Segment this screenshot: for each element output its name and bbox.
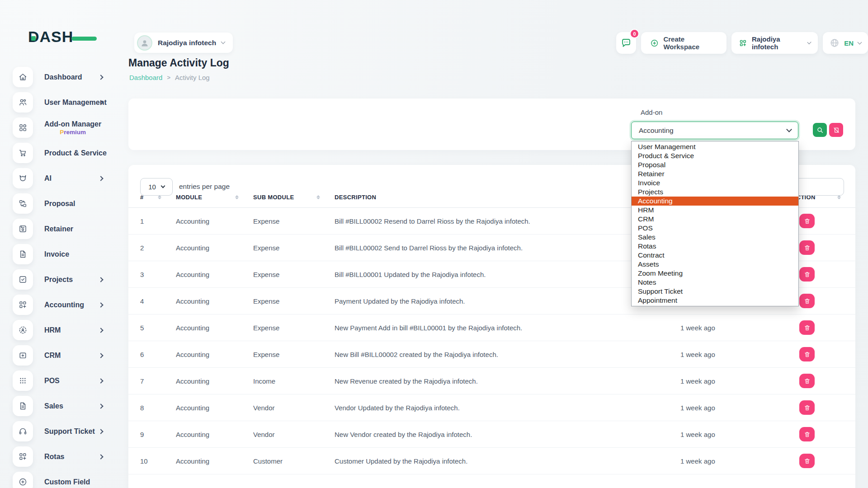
- sort-icon: [235, 193, 239, 201]
- sidebar-item[interactable]: User Management: [0, 92, 127, 113]
- sidebar-item[interactable]: Projects: [0, 269, 127, 290]
- delete-button[interactable]: [799, 240, 815, 255]
- dropdown-option[interactable]: Proposal: [632, 160, 798, 169]
- sidebar-item[interactable]: Custom Field: [0, 472, 127, 488]
- addon-select[interactable]: Accounting: [631, 122, 798, 139]
- delete-button[interactable]: [799, 454, 815, 468]
- dropdown-option[interactable]: Contract: [632, 251, 798, 260]
- company-menu[interactable]: Rajodiya infotech: [731, 32, 818, 54]
- save-icon: [13, 219, 33, 239]
- breadcrumb-dashboard-link[interactable]: Dashboard: [129, 74, 162, 81]
- trash-icon: [804, 404, 811, 411]
- sidebar-item[interactable]: Invoice: [0, 244, 127, 264]
- cell-date: 1 week ago: [680, 324, 792, 332]
- messages-button[interactable]: 0: [616, 32, 636, 54]
- delete-button[interactable]: [799, 400, 815, 415]
- sidebar-item-label: Projects: [44, 276, 73, 283]
- sidebar-item[interactable]: Retainer: [0, 219, 127, 239]
- cell-module: Accounting: [176, 431, 253, 438]
- delete-button[interactable]: [799, 267, 815, 282]
- column-header[interactable]: MODULE: [176, 193, 253, 201]
- sidebar-item[interactable]: Add-on Manager Premium: [0, 117, 127, 138]
- sidebar-item-label: Dashboard: [44, 73, 82, 81]
- language-selector[interactable]: EN: [823, 32, 868, 54]
- table-row: 6 Accounting Expense New Bill #BILL00002…: [128, 341, 855, 368]
- sidebar-item[interactable]: CRM: [0, 345, 127, 366]
- dropdown-option[interactable]: Projects: [632, 188, 798, 197]
- sidebar-item-label: POS: [44, 377, 60, 385]
- dropdown-option[interactable]: Invoice: [632, 178, 798, 188]
- sidebar-item[interactable]: Accounting: [0, 295, 127, 315]
- dropdown-option[interactable]: Appointment: [632, 296, 798, 305]
- dropdown-option[interactable]: POS: [632, 224, 798, 233]
- cardplus-icon: [13, 345, 33, 366]
- sidebar-item[interactable]: Support Ticket: [0, 421, 127, 441]
- sidebar-item[interactable]: AI: [0, 168, 127, 188]
- logo-dash-accent: [71, 37, 97, 41]
- dropdown-option[interactable]: HRM: [632, 206, 798, 215]
- column-header[interactable]: DESCRIPTION: [335, 193, 680, 201]
- dropdown-option[interactable]: Support Ticket: [632, 287, 798, 296]
- sidebar-item[interactable]: Product & Service: [0, 143, 127, 163]
- dropdown-option[interactable]: Rotas: [632, 242, 798, 251]
- sidebar-item-label: Invoice: [44, 250, 69, 258]
- dropdown-option[interactable]: CRM: [632, 215, 798, 224]
- circleplus-icon: [13, 472, 33, 488]
- dropdown-option[interactable]: Accounting: [632, 197, 798, 206]
- cell-module: Accounting: [176, 351, 253, 358]
- create-workspace-button[interactable]: Create Workspace: [641, 32, 726, 54]
- users-icon: [13, 92, 33, 113]
- cell-sub-module: Expense: [253, 217, 335, 225]
- cell-description: Bill #BILL00001 Updated by the Rajodiya …: [335, 271, 680, 278]
- sidebar-item[interactable]: POS: [0, 371, 127, 391]
- chevron-right-icon: [98, 378, 103, 383]
- clear-filter-button[interactable]: [829, 123, 843, 137]
- cell-module: Accounting: [176, 377, 253, 385]
- workspace-avatar: [137, 35, 152, 51]
- dropdown-option[interactable]: Product & Service: [632, 151, 798, 160]
- cell-module: Accounting: [176, 271, 253, 278]
- delete-button[interactable]: [799, 374, 815, 388]
- dropdown-option[interactable]: Notes: [632, 278, 798, 287]
- dropdown-option[interactable]: Zoom Meeting: [632, 269, 798, 278]
- entries-per-page-select[interactable]: 10: [140, 178, 173, 196]
- chevron-right-icon: [98, 353, 103, 358]
- sidebar-item[interactable]: HRM: [0, 320, 127, 340]
- cart-icon: [13, 143, 33, 163]
- delete-button[interactable]: [799, 427, 815, 441]
- dropdown-option[interactable]: Retainer: [632, 169, 798, 178]
- cell-sub-module: Vendor: [253, 431, 335, 438]
- cell-sub-module: Income: [253, 377, 335, 385]
- cell-module: Accounting: [176, 457, 253, 465]
- cell-sub-module: Expense: [253, 271, 335, 278]
- cell-date: 1 week ago: [680, 431, 792, 438]
- delete-button[interactable]: [799, 294, 815, 308]
- language-code: EN: [844, 39, 854, 47]
- cell-module: Accounting: [176, 404, 253, 412]
- ai-icon: [13, 168, 33, 188]
- sidebar-item-label: Add-on Manager: [44, 120, 101, 128]
- dropdown-option[interactable]: User Management: [632, 142, 798, 151]
- sidebar-item[interactable]: Proposal: [0, 193, 127, 214]
- app-logo[interactable]: DASH: [28, 28, 96, 49]
- delete-button[interactable]: [799, 347, 815, 361]
- doc-icon: [13, 244, 33, 264]
- delete-button[interactable]: [799, 320, 815, 335]
- entries-per-page-value: 10: [148, 183, 156, 191]
- sidebar-item[interactable]: Dashboard: [0, 67, 127, 87]
- dropdown-option[interactable]: Sales: [632, 233, 798, 242]
- delete-button[interactable]: [799, 214, 815, 228]
- cell-description: New Payment Add in bill #BILL00001 by th…: [335, 324, 680, 332]
- cell-description: New Revenue created by the Rajodiya info…: [335, 377, 680, 385]
- breadcrumb-separator: >: [167, 74, 170, 81]
- cell-module: Accounting: [176, 244, 253, 252]
- column-header[interactable]: SUB MODULE: [253, 193, 335, 201]
- globe-icon: [830, 38, 840, 48]
- apply-filter-button[interactable]: [813, 123, 827, 137]
- dropdown-option[interactable]: Assets: [632, 260, 798, 269]
- sidebar-item[interactable]: Rotas: [0, 446, 127, 467]
- workspace-grid-icon: [739, 38, 747, 48]
- workspace-selector[interactable]: Rajodiya infotech: [134, 33, 233, 53]
- workspace-name: Rajodiya infotech: [158, 39, 216, 47]
- sidebar-item[interactable]: Sales: [0, 396, 127, 416]
